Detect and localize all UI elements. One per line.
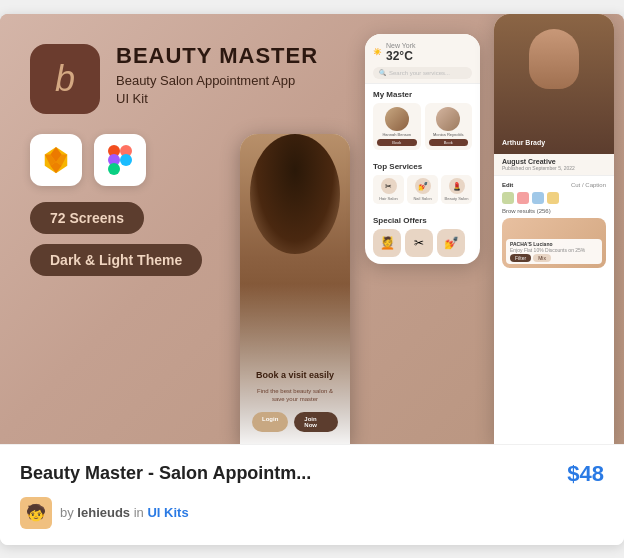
- service-1: ✂ Hair Salon: [373, 175, 404, 204]
- service-name-1: Hair Salon: [376, 196, 401, 201]
- login-btn: Login: [252, 412, 288, 432]
- app-icon: b: [30, 44, 100, 114]
- person-head: [529, 29, 579, 89]
- screens-badge: 72 Screens: [30, 202, 144, 234]
- my-master-section: My Master Hannah Benson Book Monica Reyn…: [365, 84, 480, 157]
- brow-results-label: Brow results (256): [502, 208, 606, 214]
- phone-center-image: Book a visit easily Find the best beauty…: [240, 134, 350, 444]
- caption-label: Caption: [585, 182, 606, 188]
- filter-chip-2: Mix: [533, 254, 551, 262]
- phone-header: ☀️ New York 32°C 🔍 Search your services.…: [365, 34, 480, 84]
- august-sub: Published on September 5, 2022: [502, 165, 606, 171]
- nail-product-desc: Enjoy Flat 10% Discounts on 25%: [510, 247, 598, 253]
- person-label: Arthur Brady: [502, 139, 545, 146]
- august-section: August Creative Published on September 5…: [494, 154, 614, 176]
- svg-rect-8: [108, 163, 120, 175]
- top-services-title: Top Services: [373, 162, 472, 171]
- phone-center: Book a visit easily Find the best beauty…: [240, 134, 350, 444]
- edit-toolbar: Edit Cut / Caption: [494, 176, 614, 274]
- booking-subtext: Find the best beauty salon & save your m…: [252, 388, 338, 404]
- by-label: by: [60, 505, 77, 520]
- author-info: by Iehieuds in UI Kits: [60, 505, 189, 520]
- author-emoji: 🧒: [26, 503, 46, 522]
- master-card-1: Hannah Benson Book: [373, 103, 421, 151]
- author-category: UI Kits: [147, 505, 188, 520]
- search-bar: 🔍 Search your services...: [373, 67, 472, 79]
- service-3: 💄 Beauty Salon: [441, 175, 472, 204]
- master-avatar-2: [436, 107, 460, 131]
- master-card-2: Monica Reynolds Book: [425, 103, 473, 151]
- badge-tags: 72 Screens Dark & Light Theme: [30, 202, 202, 276]
- book-btn-1: Book: [377, 139, 417, 146]
- svg-point-9: [120, 154, 132, 166]
- cut-label: Cut: [571, 182, 580, 188]
- search-placeholder: Search your services...: [389, 70, 450, 76]
- footer-title-row: Beauty Master - Salon Appointm... $48: [20, 461, 604, 487]
- offer-icon-2: ✂: [405, 229, 433, 257]
- offer-icon-3: 💅: [437, 229, 465, 257]
- august-label: August Creative: [502, 158, 606, 165]
- phone-right-top: ☀️ New York 32°C 🔍 Search your services.…: [365, 34, 480, 264]
- phone-far-right: Arthur Brady August Creative Published o…: [494, 14, 614, 444]
- beauty-icon: 💄: [449, 178, 465, 194]
- master-name-1: Hannah Benson: [377, 133, 417, 138]
- nail-icon: 💅: [415, 178, 431, 194]
- service-2: 💅 Nail Salon: [407, 175, 438, 204]
- join-btn: Join Now: [294, 412, 338, 432]
- person-name: Arthur Brady: [502, 139, 545, 146]
- special-offers-section: Special Offers 💆 ✂ 💅: [365, 210, 480, 263]
- brand-text: BEAUTY MASTER Beauty Salon Appointment A…: [116, 44, 318, 109]
- edit-label: Edit: [502, 182, 513, 188]
- booking-title: Book a visit easily: [256, 370, 334, 382]
- book-btn-2: Book: [429, 139, 469, 146]
- author-name: Iehieuds: [77, 505, 133, 520]
- sketch-tool-icon: [30, 134, 82, 186]
- nail-info: PACHA'S Luciano Enjoy Flat 10% Discounts…: [506, 239, 602, 264]
- special-offers-title: Special Offers: [373, 216, 472, 225]
- service-name-2: Nail Salon: [410, 196, 435, 201]
- nail-strip: PACHA'S Luciano Enjoy Flat 10% Discounts…: [502, 218, 606, 268]
- cta-buttons: Login Join Now: [252, 412, 338, 432]
- phone-center-overlay: Book a visit easily Find the best beauty…: [240, 284, 350, 444]
- scissors-icon: ✂: [381, 178, 397, 194]
- color-swatches: [502, 192, 606, 204]
- filter-chips: Filter Mix: [510, 254, 598, 262]
- preview-area[interactable]: b BEAUTY MASTER Beauty Salon Appointment…: [0, 14, 624, 444]
- brand-subtitle: Beauty Salon Appointment App UI Kit: [116, 72, 296, 108]
- masters-row: Hannah Benson Book Monica Reynolds Book: [373, 103, 472, 151]
- offer-icons-row: 💆 ✂ 💅: [373, 229, 472, 257]
- action-labels: Cut / Caption: [571, 182, 606, 188]
- card-footer: Beauty Master - Salon Appointm... $48 🧒 …: [0, 444, 624, 545]
- product-card: b BEAUTY MASTER Beauty Salon Appointment…: [0, 14, 624, 545]
- services-row: ✂ Hair Salon 💅 Nail Salon 💄 Beauty Salon: [373, 175, 472, 204]
- tool-icons: [30, 134, 146, 186]
- footer-meta: 🧒 by Iehieuds in UI Kits: [20, 497, 604, 529]
- figma-logo-icon: [108, 145, 132, 175]
- person-photo: Arthur Brady: [494, 14, 614, 154]
- filter-chip-1: Filter: [510, 254, 531, 262]
- swatch-3: [532, 192, 544, 204]
- app-icon-letter: b: [55, 58, 75, 100]
- swatch-4: [547, 192, 559, 204]
- swatch-1: [502, 192, 514, 204]
- figma-tool-icon: [94, 134, 146, 186]
- sketch-logo-icon: [41, 145, 71, 175]
- brand-section: b BEAUTY MASTER Beauty Salon Appointment…: [30, 44, 318, 114]
- footer-title: Beauty Master - Salon Appointm...: [20, 463, 311, 484]
- footer-price: $48: [567, 461, 604, 487]
- my-master-title: My Master: [373, 90, 472, 99]
- swatch-2: [517, 192, 529, 204]
- theme-badge: Dark & Light Theme: [30, 244, 202, 276]
- master-avatar-1: [385, 107, 409, 131]
- offer-icon-1: 💆: [373, 229, 401, 257]
- author-avatar: 🧒: [20, 497, 52, 529]
- top-services-section: Top Services ✂ Hair Salon 💅 Nail Salon 💄: [365, 156, 480, 210]
- location-label: New York: [386, 42, 416, 49]
- brand-title: BEAUTY MASTER: [116, 44, 318, 68]
- master-name-2: Monica Reynolds: [429, 133, 469, 138]
- in-label: in: [134, 505, 148, 520]
- service-name-3: Beauty Salon: [444, 196, 469, 201]
- edit-row: Edit Cut / Caption: [502, 182, 606, 188]
- temp-label: 32°C: [386, 49, 416, 63]
